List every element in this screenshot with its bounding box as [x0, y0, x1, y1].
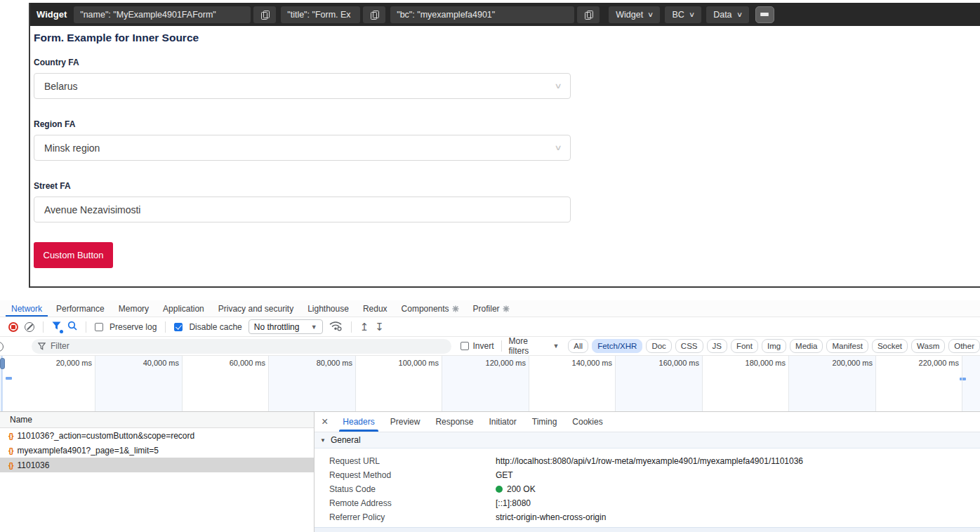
chevron-down-icon: ∨	[736, 11, 743, 18]
network-overview-timeline[interactable]: 20,000 ms40,000 ms60,000 ms80,000 ms100,…	[0, 356, 980, 412]
divider	[86, 321, 86, 333]
invert-checkbox[interactable]	[461, 342, 468, 350]
country-value: Belarus	[44, 81, 77, 92]
invert-label[interactable]: Invert	[473, 341, 494, 351]
disable-cache-label[interactable]: Disable cache	[189, 322, 241, 332]
chip-all[interactable]: All	[568, 339, 588, 353]
copy-icon	[371, 11, 378, 19]
timeline-gridline	[268, 356, 269, 411]
disable-cache-checkbox[interactable]	[174, 323, 183, 331]
chip-css[interactable]: CSS	[675, 339, 703, 353]
general-section-header[interactable]: ▼ General	[314, 432, 980, 448]
chip-other[interactable]: Other	[948, 339, 980, 353]
network-conditions-icon[interactable]	[329, 321, 343, 333]
tab-performance[interactable]: Performance	[49, 300, 112, 317]
copy-title-button[interactable]	[363, 6, 385, 23]
detail-row: Status Code 200 OK	[314, 482, 980, 496]
xhr-icon: {}	[8, 461, 13, 470]
disclosure-triangle-icon: ▼	[320, 437, 326, 444]
tab-lighthouse[interactable]: Lighthouse	[300, 300, 356, 317]
filter-input[interactable]: Filter	[32, 339, 451, 354]
chip-media[interactable]: Media	[790, 339, 823, 353]
search-icon[interactable]	[67, 321, 77, 333]
tab-response[interactable]: Response	[428, 412, 481, 432]
chip-js[interactable]: JS	[707, 339, 727, 353]
preserve-log-checkbox[interactable]	[95, 323, 103, 331]
street-input[interactable]: Avenue Nezavisimosti	[34, 197, 571, 222]
import-har-icon[interactable]: ↥	[360, 321, 369, 332]
record-icon[interactable]	[8, 322, 18, 332]
timeline-gridline	[442, 356, 442, 411]
preserve-log-label[interactable]: Preserve log	[110, 322, 157, 332]
timeline-tick-label: 160,000 ms	[639, 359, 699, 367]
chevron-down-icon: ∨	[647, 11, 654, 18]
throttling-select[interactable]: No throttling ▼	[249, 319, 323, 334]
copy-bc-button[interactable]	[577, 6, 600, 23]
timeline-gridline	[355, 356, 356, 411]
widget-bc-field[interactable]: "bc": "myexamplefa4901"	[390, 6, 574, 23]
chip-manifest[interactable]: Manifest	[826, 339, 868, 353]
request-row-selected[interactable]: {} 1101036	[0, 458, 314, 472]
tab-profiler[interactable]: Profiler	[466, 300, 517, 317]
widget-dropdown[interactable]: Widget ∨	[609, 6, 660, 23]
tab-cookies[interactable]: Cookies	[564, 412, 610, 432]
timeline-tick-label: 140,000 ms	[552, 359, 612, 367]
name-column-header[interactable]: Name	[0, 412, 314, 428]
copy-name-button[interactable]	[253, 6, 276, 23]
chevron-down-icon: ∨	[689, 11, 695, 18]
country-select[interactable]: Belarus ∨	[34, 73, 571, 99]
clipped-icon	[0, 342, 4, 352]
data-dropdown[interactable]: Data ∨	[706, 6, 749, 23]
timeline-tick-label: 80,000 ms	[292, 359, 352, 367]
details-tabbar: × Headers Preview Response Initiator Tim…	[314, 412, 980, 432]
chip-wasm[interactable]: Wasm	[911, 339, 945, 353]
chip-font[interactable]: Font	[731, 339, 758, 353]
widget-toolbar: Widget "name": "MyExample4901FAForm" "ti…	[30, 3, 980, 26]
request-row[interactable]: {} 1101036?_action=customButton&scope=re…	[0, 428, 314, 443]
detail-row: Request URL http://localhost:8080/api/v1…	[314, 454, 980, 468]
timeline-tick-label: 40,000 ms	[119, 359, 179, 367]
close-icon[interactable]: ×	[322, 416, 328, 427]
tab-network[interactable]: Network	[4, 300, 49, 317]
filter-chips: All Fetch/XHR Doc CSS JS Font Img Media …	[568, 339, 980, 353]
request-bar	[6, 377, 12, 380]
devtools-tabbar: Network Performance Memory Application P…	[0, 300, 980, 317]
data-dropdown-label: Data	[713, 10, 731, 20]
screen: Widget "name": "MyExample4901FAForm" "ti…	[0, 0, 980, 532]
menu-button[interactable]	[755, 6, 774, 23]
divider	[165, 321, 166, 333]
export-har-icon[interactable]: ↧	[375, 321, 384, 332]
chip-socket[interactable]: Socket	[872, 339, 908, 353]
widget-name-field[interactable]: "name": "MyExample4901FAForm"	[74, 6, 251, 23]
tab-timing[interactable]: Timing	[524, 412, 565, 432]
chip-doc[interactable]: Doc	[646, 339, 671, 353]
filter-funnel-icon[interactable]	[52, 321, 61, 332]
clear-icon[interactable]	[25, 322, 34, 332]
custom-button[interactable]: Custom Button	[34, 242, 113, 268]
divider	[501, 340, 502, 352]
bc-dropdown[interactable]: BC ∨	[665, 6, 701, 23]
tab-initiator[interactable]: Initiator	[481, 412, 524, 432]
region-select[interactable]: Minsk region ∨	[34, 135, 571, 161]
network-main: Name {} 1101036?_action=customButton&sco…	[0, 412, 980, 532]
request-bar	[960, 378, 966, 380]
timeline-tick-label: 120,000 ms	[465, 359, 526, 367]
tab-headers[interactable]: Headers	[335, 412, 382, 432]
tab-components[interactable]: Components	[395, 300, 466, 317]
tab-privacy-and-security[interactable]: Privacy and security	[211, 300, 300, 317]
chip-img[interactable]: Img	[762, 339, 786, 353]
tab-preview[interactable]: Preview	[383, 412, 428, 432]
tab-application[interactable]: Application	[156, 300, 211, 317]
timeline-gridline	[182, 356, 183, 411]
detail-row: Referrer Policy strict-origin-when-cross…	[314, 510, 980, 524]
widget-title-field[interactable]: "title": "Form. Ex	[281, 6, 360, 23]
caret-down-icon: ▼	[552, 343, 559, 350]
tab-redux[interactable]: Redux	[356, 300, 395, 317]
street-label: Street FA	[34, 181, 71, 191]
timeline-handle[interactable]	[0, 358, 5, 369]
tab-memory[interactable]: Memory	[112, 300, 156, 317]
more-filters-button[interactable]: More filters	[508, 336, 548, 356]
request-row[interactable]: {} myexamplefa4901?_page=1&_limit=5	[0, 443, 314, 458]
widget-editor-panel: Widget "name": "MyExample4901FAForm" "ti…	[29, 3, 980, 288]
chip-fetch-xhr[interactable]: Fetch/XHR	[592, 339, 642, 353]
